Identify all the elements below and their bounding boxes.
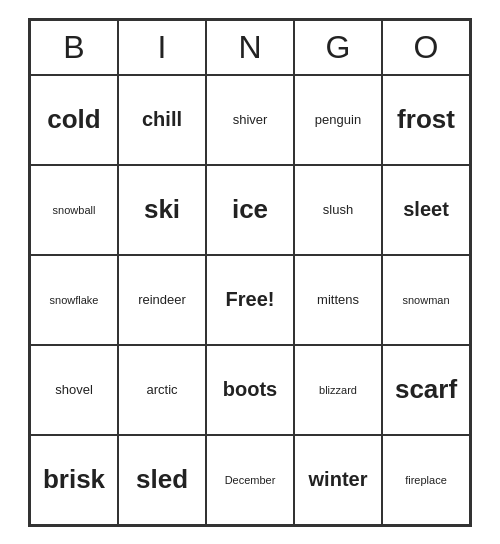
- cell-r2-c1: reindeer: [118, 255, 206, 345]
- cell-r1-c3: slush: [294, 165, 382, 255]
- cell-r3-c3: blizzard: [294, 345, 382, 435]
- cell-r3-c4: scarf: [382, 345, 470, 435]
- cell-r3-c0: shovel: [30, 345, 118, 435]
- cell-r1-c0: snowball: [30, 165, 118, 255]
- header-letter: N: [206, 20, 294, 75]
- cell-r2-c0: snowflake: [30, 255, 118, 345]
- bingo-card: BINGO coldchillshiverpenguinfrostsnowbal…: [28, 18, 472, 527]
- header-letter: I: [118, 20, 206, 75]
- cell-r0-c3: penguin: [294, 75, 382, 165]
- cell-r4-c2: December: [206, 435, 294, 525]
- bingo-grid: coldchillshiverpenguinfrostsnowballskiic…: [30, 75, 470, 525]
- cell-r1-c4: sleet: [382, 165, 470, 255]
- cell-r3-c2: boots: [206, 345, 294, 435]
- cell-r2-c4: snowman: [382, 255, 470, 345]
- cell-r4-c4: fireplace: [382, 435, 470, 525]
- cell-r2-c2: Free!: [206, 255, 294, 345]
- cell-r4-c1: sled: [118, 435, 206, 525]
- header-letter: B: [30, 20, 118, 75]
- cell-r0-c1: chill: [118, 75, 206, 165]
- cell-r1-c1: ski: [118, 165, 206, 255]
- cell-r2-c3: mittens: [294, 255, 382, 345]
- cell-r3-c1: arctic: [118, 345, 206, 435]
- cell-r1-c2: ice: [206, 165, 294, 255]
- bingo-header: BINGO: [30, 20, 470, 75]
- header-letter: G: [294, 20, 382, 75]
- cell-r0-c4: frost: [382, 75, 470, 165]
- cell-r4-c0: brisk: [30, 435, 118, 525]
- cell-r0-c2: shiver: [206, 75, 294, 165]
- cell-r0-c0: cold: [30, 75, 118, 165]
- cell-r4-c3: winter: [294, 435, 382, 525]
- header-letter: O: [382, 20, 470, 75]
